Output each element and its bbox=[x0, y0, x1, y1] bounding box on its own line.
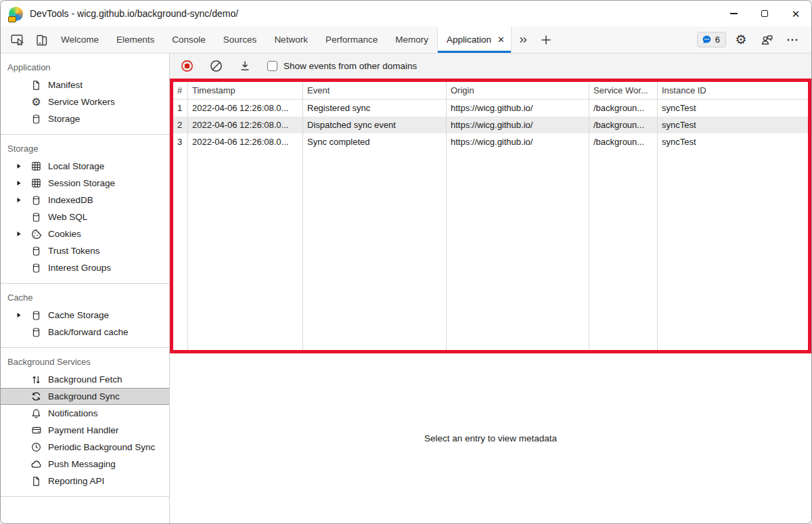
sidebar-item-notifications[interactable]: Notifications bbox=[1, 405, 169, 422]
sidebar-item-manifest[interactable]: Manifest bbox=[1, 77, 169, 93]
column-header-event[interactable]: Event bbox=[303, 82, 447, 100]
more-options-button[interactable] bbox=[782, 29, 803, 51]
sidebar-item-back-forward-cache[interactable]: Back/forward cache bbox=[1, 324, 169, 341]
sidebar-item-label: Service Workers bbox=[48, 97, 115, 107]
clear-events-button[interactable] bbox=[210, 60, 223, 72]
minimize-button[interactable] bbox=[718, 1, 749, 26]
table-grid-icon bbox=[30, 160, 42, 172]
column-header-number[interactable]: # bbox=[173, 82, 188, 100]
gear-icon: ⚙ bbox=[30, 96, 42, 108]
cell-service-worker: /backgroun... bbox=[589, 116, 658, 133]
sidebar-item-background-fetch[interactable]: Background Fetch bbox=[1, 371, 169, 388]
cell-origin: https://wicg.github.io/ bbox=[447, 133, 589, 150]
sidebar-item-trust-tokens[interactable]: Trust Tokens bbox=[1, 242, 169, 259]
database-icon bbox=[30, 113, 42, 125]
maximize-button[interactable] bbox=[749, 1, 780, 26]
close-button[interactable]: ✕ bbox=[780, 1, 811, 26]
sync-icon bbox=[30, 391, 42, 402]
expand-arrow-icon[interactable] bbox=[14, 312, 24, 318]
cell-instance-id: syncTest bbox=[658, 133, 808, 150]
sidebar-item-label: Manifest bbox=[48, 80, 83, 90]
tab-elements[interactable]: Elements bbox=[108, 26, 163, 53]
column-header-timestamp[interactable]: Timestamp bbox=[188, 82, 303, 100]
sidebar-item-label: Periodic Background Sync bbox=[48, 442, 155, 452]
sidebar-item-label: Interest Groups bbox=[48, 263, 111, 273]
sidebar-item-reporting-api[interactable]: Reporting API bbox=[1, 473, 169, 489]
cell-timestamp: 2022-04-06 12:26:08.0... bbox=[188, 100, 303, 116]
expand-arrow-icon[interactable] bbox=[14, 197, 24, 203]
empty-cell bbox=[188, 150, 303, 350]
empty-cell bbox=[589, 150, 658, 350]
sidebar-item-local-storage[interactable]: Local Storage bbox=[1, 158, 169, 175]
sidebar-item-label: Reporting API bbox=[48, 476, 104, 486]
sidebar-item-payment-handler[interactable]: Payment Handler bbox=[1, 422, 169, 439]
show-other-domains-option[interactable]: Show events from other domains bbox=[267, 61, 417, 71]
tab-performance[interactable]: Performance bbox=[317, 26, 386, 53]
sidebar-item-periodic-background-sync[interactable]: Periodic Background Sync bbox=[1, 439, 169, 456]
table-row[interactable]: 1 2022-04-06 12:26:08.0... Registered sy… bbox=[173, 100, 808, 116]
document-icon bbox=[30, 79, 42, 91]
more-tabs-button[interactable] bbox=[512, 26, 535, 53]
device-emulation-button[interactable] bbox=[29, 26, 52, 53]
sidebar-item-session-storage[interactable]: Session Storage bbox=[1, 175, 169, 192]
cell-event: Sync completed bbox=[303, 133, 447, 150]
add-tool-button[interactable] bbox=[535, 26, 558, 53]
expand-arrow-icon[interactable] bbox=[14, 231, 24, 237]
ellipsis-icon bbox=[786, 38, 798, 42]
devtools-tab-bar: Welcome Elements Console Sources Network… bbox=[1, 26, 811, 53]
tab-console[interactable]: Console bbox=[163, 26, 215, 53]
show-other-domains-checkbox[interactable] bbox=[267, 61, 277, 71]
tab-network[interactable]: Network bbox=[265, 26, 317, 53]
column-header-service-worker[interactable]: Service Wor... bbox=[589, 82, 658, 100]
metadata-placeholder-text: Select an entry to view metadata bbox=[424, 433, 557, 443]
cell-number: 3 bbox=[173, 133, 188, 150]
expand-arrow-icon[interactable] bbox=[14, 180, 24, 186]
tab-memory[interactable]: Memory bbox=[386, 26, 437, 53]
tab-application[interactable]: Application ✕ bbox=[437, 26, 512, 53]
section-title: Cache bbox=[1, 286, 169, 307]
tab-welcome[interactable]: Welcome bbox=[52, 26, 108, 53]
sidebar-item-label: Web SQL bbox=[48, 212, 87, 222]
sidebar-item-label: Back/forward cache bbox=[48, 327, 129, 337]
sidebar-item-storage[interactable]: Storage bbox=[1, 110, 169, 127]
cell-service-worker: /backgroun... bbox=[589, 133, 658, 150]
table-row[interactable]: 3 2022-04-06 12:26:08.0... Sync complete… bbox=[173, 133, 808, 150]
record-events-button[interactable] bbox=[181, 60, 194, 72]
tab-sources[interactable]: Sources bbox=[215, 26, 266, 53]
sidebar-item-label: Local Storage bbox=[48, 161, 104, 171]
sidebar-item-cache-storage[interactable]: Cache Storage bbox=[1, 307, 169, 324]
show-other-domains-label: Show events from other domains bbox=[284, 61, 417, 71]
sidebar-item-background-sync[interactable]: Background Sync bbox=[1, 388, 169, 405]
sidebar-item-web-sql[interactable]: Web SQL bbox=[1, 209, 169, 225]
events-table: # Timestamp Event Origin Service Wor... … bbox=[170, 79, 811, 353]
feedback-button[interactable] bbox=[756, 29, 777, 51]
cell-number: 1 bbox=[173, 100, 188, 116]
title-bar: DevTools - wicg.github.io/background-syn… bbox=[1, 1, 811, 26]
sidebar-item-indexeddb[interactable]: IndexedDB bbox=[1, 192, 169, 209]
column-header-origin[interactable]: Origin bbox=[447, 82, 589, 100]
issues-counter-button[interactable]: 6 bbox=[697, 32, 726, 47]
up-down-arrows-icon bbox=[30, 374, 42, 385]
cell-event: Dispatched sync event bbox=[303, 116, 447, 133]
sidebar-section-storage: Storage Local Storage Session Storage bbox=[1, 135, 169, 284]
inspect-element-button[interactable] bbox=[6, 26, 29, 53]
inspect-cursor-icon bbox=[11, 34, 25, 45]
sidebar-item-cookies[interactable]: Cookies bbox=[1, 225, 169, 242]
sidebar-item-interest-groups[interactable]: Interest Groups bbox=[1, 259, 169, 276]
devtools-content: Application Manifest ⚙ Service Workers S… bbox=[1, 53, 811, 523]
devtools-window: DevTools - wicg.github.io/background-syn… bbox=[0, 0, 812, 524]
cell-event: Registered sync bbox=[303, 100, 447, 116]
sidebar-item-push-messaging[interactable]: Push Messaging bbox=[1, 456, 169, 473]
save-events-button[interactable] bbox=[239, 60, 251, 72]
sidebar-item-label: Storage bbox=[48, 114, 80, 124]
expand-arrow-icon[interactable] bbox=[14, 163, 24, 169]
database-icon bbox=[30, 245, 42, 257]
settings-button[interactable]: ⚙ bbox=[730, 29, 752, 51]
sidebar-item-label: Session Storage bbox=[48, 178, 115, 188]
table-row[interactable]: 2 2022-04-06 12:26:08.0... Dispatched sy… bbox=[173, 116, 808, 133]
column-header-instance-id[interactable]: Instance ID bbox=[658, 82, 808, 100]
sidebar-item-service-workers[interactable]: ⚙ Service Workers bbox=[1, 93, 169, 110]
sidebar-item-label: IndexedDB bbox=[48, 195, 93, 205]
close-tab-icon[interactable]: ✕ bbox=[497, 35, 505, 45]
sidebar-section-background-services: Background Services Background Fetch Bac bbox=[1, 348, 169, 497]
